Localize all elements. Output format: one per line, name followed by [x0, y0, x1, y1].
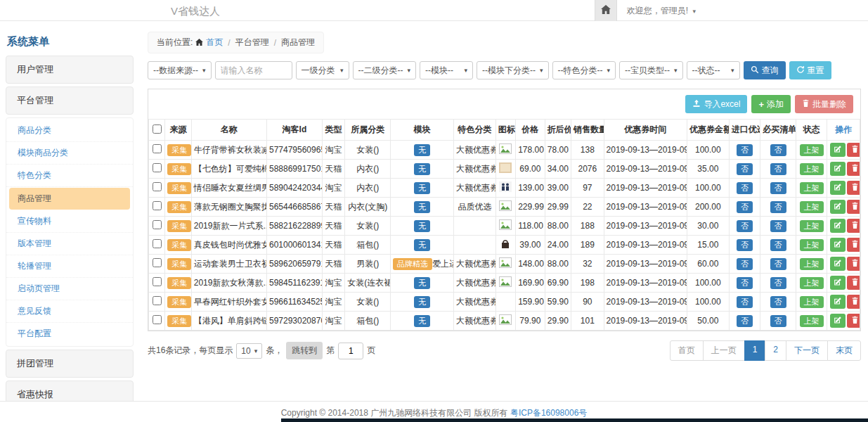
- badge-上架[interactable]: 上架: [800, 258, 824, 270]
- badge-否[interactable]: 否: [770, 258, 786, 270]
- sidebar-item-1-1[interactable]: 模块商品分类: [6, 142, 133, 165]
- filter-select-3[interactable]: --二级分类--▾: [353, 61, 417, 79]
- badge-否[interactable]: 否: [737, 182, 753, 194]
- filter-select-7[interactable]: --宝贝类型--▾: [619, 61, 683, 79]
- page-button-4[interactable]: 下一页: [786, 340, 828, 361]
- badge-否[interactable]: 否: [737, 315, 753, 327]
- delete-button[interactable]: [847, 238, 860, 252]
- delete-button[interactable]: [847, 276, 860, 290]
- edit-button[interactable]: [830, 181, 846, 195]
- user-menu[interactable]: 欢迎您，管理员! ▾: [627, 5, 696, 17]
- delete-button[interactable]: [847, 143, 860, 157]
- row-checkbox[interactable]: [153, 239, 162, 248]
- sidebar-item-1-8[interactable]: 意见反馈: [6, 300, 133, 323]
- badge-否[interactable]: 否: [770, 201, 786, 213]
- delete-button[interactable]: [847, 219, 860, 233]
- edit-button[interactable]: [830, 200, 846, 214]
- badge-上架[interactable]: 上架: [800, 163, 824, 175]
- sidebar-group-0[interactable]: 用户管理: [6, 56, 134, 84]
- sidebar-group-1[interactable]: 平台管理: [6, 87, 134, 115]
- jump-to-button[interactable]: 跳转到: [286, 342, 323, 359]
- badge-上架[interactable]: 上架: [800, 296, 824, 308]
- badge-否[interactable]: 否: [737, 239, 753, 251]
- edit-button[interactable]: [830, 162, 846, 176]
- delete-button[interactable]: [847, 200, 860, 214]
- badge-否[interactable]: 否: [737, 277, 753, 289]
- sidebar-item-1-9[interactable]: 平台配置: [6, 323, 133, 345]
- sidebar-item-1-7[interactable]: 启动页管理: [6, 278, 133, 300]
- badge-否[interactable]: 否: [770, 182, 786, 194]
- filter-select-6[interactable]: --特色分类--▾: [552, 61, 616, 79]
- badge-上架[interactable]: 上架: [800, 220, 824, 232]
- page-button-3[interactable]: 2: [765, 340, 786, 361]
- row-checkbox[interactable]: [153, 144, 162, 153]
- filter-select-8[interactable]: --状态--▾: [687, 61, 740, 79]
- batch-delete-button[interactable]: 批量删除: [795, 95, 853, 113]
- edit-button[interactable]: [830, 238, 846, 252]
- sidebar-item-1-2[interactable]: 特色分类: [6, 165, 133, 187]
- badge-上架[interactable]: 上架: [800, 144, 824, 156]
- delete-button[interactable]: [847, 314, 860, 328]
- delete-button[interactable]: [847, 162, 860, 176]
- row-checkbox[interactable]: [153, 182, 162, 191]
- jump-page-input[interactable]: [338, 343, 363, 359]
- name-search-input[interactable]: [215, 61, 292, 79]
- badge-否[interactable]: 否: [737, 144, 753, 156]
- page-button-2[interactable]: 1: [744, 340, 766, 361]
- badge-否[interactable]: 否: [770, 163, 786, 175]
- home-button[interactable]: [595, 0, 617, 21]
- badge-上架[interactable]: 上架: [800, 239, 824, 251]
- badge-上架[interactable]: 上架: [800, 182, 824, 194]
- per-page-select[interactable]: 10 ▾: [236, 343, 262, 359]
- select-all-checkbox[interactable]: [153, 124, 162, 134]
- badge-上架[interactable]: 上架: [800, 201, 824, 213]
- filter-select-2[interactable]: 一级分类▾: [296, 61, 349, 79]
- delete-button[interactable]: [847, 295, 860, 309]
- badge-否[interactable]: 否: [770, 220, 786, 232]
- badge-否[interactable]: 否: [737, 201, 753, 213]
- page-button-0[interactable]: 首页: [670, 340, 704, 361]
- edit-button[interactable]: [830, 219, 846, 233]
- badge-否[interactable]: 否: [737, 258, 753, 270]
- row-checkbox[interactable]: [153, 277, 162, 286]
- delete-button[interactable]: [847, 181, 860, 195]
- badge-否[interactable]: 否: [770, 144, 786, 156]
- delete-button[interactable]: [847, 257, 860, 271]
- import-excel-button[interactable]: 导入excel: [685, 95, 747, 113]
- reset-button[interactable]: 重置: [789, 61, 831, 79]
- sidebar-item-1-6[interactable]: 轮播管理: [6, 255, 133, 278]
- badge-上架[interactable]: 上架: [800, 315, 824, 327]
- edit-button[interactable]: [830, 143, 846, 157]
- row-checkbox[interactable]: [153, 201, 162, 210]
- sidebar-item-1-5[interactable]: 版本管理: [6, 233, 133, 255]
- row-checkbox[interactable]: [153, 220, 162, 229]
- filter-select-4[interactable]: --模块--▾: [420, 61, 473, 79]
- badge-否[interactable]: 否: [737, 296, 753, 308]
- search-button[interactable]: 查询: [744, 61, 786, 79]
- badge-上架[interactable]: 上架: [800, 277, 824, 289]
- row-checkbox[interactable]: [153, 315, 162, 324]
- badge-否[interactable]: 否: [770, 239, 786, 251]
- page-button-5[interactable]: 末页: [827, 340, 861, 361]
- sidebar-item-1-0[interactable]: 商品分类: [6, 120, 133, 142]
- badge-否[interactable]: 否: [770, 296, 786, 308]
- sidebar-item-1-4[interactable]: 宣传物料: [6, 210, 133, 233]
- sidebar-group-2[interactable]: 拼团管理: [6, 350, 134, 378]
- sidebar-group-3[interactable]: 省惠快报: [6, 381, 134, 401]
- edit-button[interactable]: [830, 257, 846, 271]
- filter-select-0[interactable]: --数据来源--▾: [148, 61, 212, 79]
- add-button[interactable]: + 添加: [751, 95, 791, 113]
- filter-select-5[interactable]: --模块下分类--▾: [477, 61, 549, 79]
- row-checkbox[interactable]: [153, 163, 162, 172]
- breadcrumb-home-link[interactable]: 首页: [206, 37, 223, 49]
- edit-button[interactable]: [830, 314, 846, 328]
- badge-否[interactable]: 否: [770, 277, 786, 289]
- page-button-1[interactable]: 上一页: [703, 340, 745, 361]
- badge-否[interactable]: 否: [737, 163, 753, 175]
- edit-button[interactable]: [830, 276, 846, 290]
- row-checkbox[interactable]: [153, 296, 162, 305]
- edit-button[interactable]: [830, 295, 846, 309]
- badge-否[interactable]: 否: [770, 315, 786, 327]
- badge-否[interactable]: 否: [737, 220, 753, 232]
- sidebar-item-1-3[interactable]: 商品管理: [9, 188, 130, 210]
